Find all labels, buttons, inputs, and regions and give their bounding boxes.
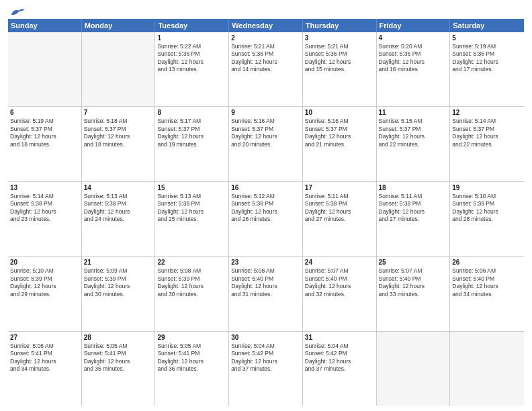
- day-number: 22: [157, 258, 226, 267]
- day-info: Sunrise: 5:16 AMSunset: 5:37 PMDaylight:…: [305, 118, 374, 148]
- day-info: Sunrise: 5:07 AMSunset: 5:40 PMDaylight:…: [379, 267, 448, 298]
- day-info: Sunrise: 5:19 AMSunset: 5:37 PMDaylight:…: [10, 118, 79, 148]
- day-info: Sunrise: 5:14 AMSunset: 5:37 PMDaylight:…: [452, 118, 522, 148]
- day-number: 25: [379, 258, 448, 267]
- day-number: 2: [231, 34, 300, 42]
- calendar-day-17: 17Sunrise: 5:11 AMSunset: 5:38 PMDayligh…: [303, 182, 377, 256]
- calendar-day-28: 28Sunrise: 5:05 AMSunset: 5:41 PMDayligh…: [82, 332, 156, 406]
- calendar-week-1: 1Sunrise: 5:22 AMSunset: 5:36 PMDaylight…: [8, 32, 524, 107]
- calendar-header-sunday: Sunday: [8, 19, 82, 32]
- calendar-day-empty-0-1: [82, 32, 156, 106]
- day-info: Sunrise: 5:08 AMSunset: 5:39 PMDaylight:…: [157, 267, 226, 298]
- day-info: Sunrise: 5:20 AMSunset: 5:36 PMDaylight:…: [379, 43, 448, 74]
- calendar-day-14: 14Sunrise: 5:13 AMSunset: 5:38 PMDayligh…: [82, 182, 156, 256]
- header: [8, 7, 524, 15]
- calendar-day-12: 12Sunrise: 5:14 AMSunset: 5:37 PMDayligh…: [450, 107, 524, 181]
- calendar-day-22: 22Sunrise: 5:08 AMSunset: 5:39 PMDayligh…: [155, 257, 229, 330]
- calendar-day-5: 5Sunrise: 5:19 AMSunset: 5:36 PMDaylight…: [450, 32, 524, 106]
- day-info: Sunrise: 5:06 AMSunset: 5:41 PMDaylight:…: [10, 342, 79, 373]
- day-info: Sunrise: 5:13 AMSunset: 5:38 PMDaylight:…: [157, 193, 226, 224]
- calendar-day-27: 27Sunrise: 5:06 AMSunset: 5:41 PMDayligh…: [8, 332, 82, 406]
- calendar-day-30: 30Sunrise: 5:04 AMSunset: 5:42 PMDayligh…: [229, 332, 303, 406]
- day-info: Sunrise: 5:04 AMSunset: 5:42 PMDaylight:…: [305, 342, 374, 373]
- day-number: 17: [305, 183, 374, 192]
- day-info: Sunrise: 5:13 AMSunset: 5:38 PMDaylight:…: [84, 193, 153, 224]
- calendar-day-25: 25Sunrise: 5:07 AMSunset: 5:40 PMDayligh…: [377, 257, 451, 330]
- calendar-body: 1Sunrise: 5:22 AMSunset: 5:36 PMDaylight…: [8, 32, 524, 406]
- calendar-day-9: 9Sunrise: 5:16 AMSunset: 5:37 PMDaylight…: [229, 107, 303, 181]
- calendar-day-empty-0-0: [8, 32, 82, 106]
- calendar-day-8: 8Sunrise: 5:17 AMSunset: 5:37 PMDaylight…: [155, 107, 229, 181]
- day-info: Sunrise: 5:05 AMSunset: 5:41 PMDaylight:…: [84, 342, 153, 373]
- calendar-day-3: 3Sunrise: 5:21 AMSunset: 5:36 PMDaylight…: [303, 32, 377, 106]
- calendar-header-friday: Friday: [377, 19, 451, 32]
- calendar-day-15: 15Sunrise: 5:13 AMSunset: 5:38 PMDayligh…: [155, 182, 229, 256]
- day-number: 26: [452, 258, 522, 267]
- day-number: 21: [84, 258, 153, 267]
- day-number: 27: [10, 333, 79, 342]
- day-number: 24: [305, 258, 374, 267]
- calendar-day-19: 19Sunrise: 5:10 AMSunset: 5:39 PMDayligh…: [450, 182, 524, 256]
- day-info: Sunrise: 5:18 AMSunset: 5:37 PMDaylight:…: [84, 118, 153, 148]
- calendar-day-2: 2Sunrise: 5:21 AMSunset: 5:36 PMDaylight…: [229, 32, 303, 106]
- day-info: Sunrise: 5:16 AMSunset: 5:37 PMDaylight:…: [231, 118, 300, 148]
- calendar-week-5: 27Sunrise: 5:06 AMSunset: 5:41 PMDayligh…: [8, 332, 524, 406]
- day-number: 20: [10, 258, 79, 267]
- calendar-week-2: 6Sunrise: 5:19 AMSunset: 5:37 PMDaylight…: [8, 107, 524, 181]
- day-number: 16: [231, 183, 300, 192]
- day-number: 18: [379, 183, 448, 192]
- day-number: 8: [157, 108, 226, 117]
- calendar-day-13: 13Sunrise: 5:14 AMSunset: 5:38 PMDayligh…: [8, 182, 82, 256]
- calendar-day-empty-4-5: [377, 332, 451, 406]
- day-info: Sunrise: 5:07 AMSunset: 5:40 PMDaylight:…: [305, 267, 374, 298]
- page: SundayMondayTuesdayWednesdayThursdayFrid…: [0, 0, 532, 411]
- calendar-day-16: 16Sunrise: 5:12 AMSunset: 5:38 PMDayligh…: [229, 182, 303, 256]
- calendar-header-tuesday: Tuesday: [155, 19, 229, 32]
- day-number: 15: [157, 183, 226, 192]
- calendar-header-monday: Monday: [82, 19, 156, 32]
- calendar-day-21: 21Sunrise: 5:09 AMSunset: 5:39 PMDayligh…: [82, 257, 156, 330]
- day-number: 11: [379, 108, 448, 117]
- day-number: 1: [157, 34, 226, 42]
- calendar-day-11: 11Sunrise: 5:15 AMSunset: 5:37 PMDayligh…: [377, 107, 451, 181]
- day-number: 10: [305, 108, 374, 117]
- day-number: 7: [84, 108, 153, 117]
- calendar-day-31: 31Sunrise: 5:04 AMSunset: 5:42 PMDayligh…: [303, 332, 377, 406]
- day-info: Sunrise: 5:11 AMSunset: 5:38 PMDaylight:…: [305, 193, 374, 224]
- day-number: 23: [231, 258, 300, 267]
- calendar-day-20: 20Sunrise: 5:10 AMSunset: 5:39 PMDayligh…: [8, 257, 82, 330]
- day-info: Sunrise: 5:08 AMSunset: 5:40 PMDaylight:…: [231, 267, 300, 298]
- day-number: 28: [84, 333, 153, 342]
- day-info: Sunrise: 5:12 AMSunset: 5:38 PMDaylight:…: [231, 193, 300, 224]
- day-info: Sunrise: 5:10 AMSunset: 5:39 PMDaylight:…: [10, 267, 79, 298]
- day-number: 31: [305, 333, 374, 342]
- day-info: Sunrise: 5:21 AMSunset: 5:36 PMDaylight:…: [305, 43, 374, 74]
- day-number: 14: [84, 183, 153, 192]
- day-number: 9: [231, 108, 300, 117]
- calendar-week-4: 20Sunrise: 5:10 AMSunset: 5:39 PMDayligh…: [8, 257, 524, 331]
- day-number: 13: [10, 183, 79, 192]
- logo: [8, 7, 25, 15]
- day-info: Sunrise: 5:22 AMSunset: 5:36 PMDaylight:…: [157, 43, 226, 74]
- calendar-day-24: 24Sunrise: 5:07 AMSunset: 5:40 PMDayligh…: [303, 257, 377, 330]
- day-number: 4: [379, 34, 448, 42]
- day-number: 12: [452, 108, 522, 117]
- day-number: 3: [305, 34, 374, 42]
- calendar-day-empty-4-6: [450, 332, 524, 406]
- day-number: 19: [452, 183, 522, 192]
- calendar-day-6: 6Sunrise: 5:19 AMSunset: 5:37 PMDaylight…: [8, 107, 82, 181]
- day-number: 6: [10, 108, 79, 117]
- day-info: Sunrise: 5:04 AMSunset: 5:42 PMDaylight:…: [231, 342, 300, 373]
- day-number: 30: [231, 333, 300, 342]
- calendar-day-23: 23Sunrise: 5:08 AMSunset: 5:40 PMDayligh…: [229, 257, 303, 330]
- calendar-header-saturday: Saturday: [450, 19, 524, 32]
- calendar-header-thursday: Thursday: [303, 19, 377, 32]
- day-number: 5: [452, 34, 522, 42]
- calendar-header: SundayMondayTuesdayWednesdayThursdayFrid…: [8, 19, 524, 32]
- calendar-day-7: 7Sunrise: 5:18 AMSunset: 5:37 PMDaylight…: [82, 107, 156, 181]
- day-info: Sunrise: 5:21 AMSunset: 5:36 PMDaylight:…: [231, 43, 300, 74]
- calendar-day-26: 26Sunrise: 5:06 AMSunset: 5:40 PMDayligh…: [450, 257, 524, 330]
- calendar-day-4: 4Sunrise: 5:20 AMSunset: 5:36 PMDaylight…: [377, 32, 451, 106]
- day-number: 29: [157, 333, 226, 342]
- calendar-day-18: 18Sunrise: 5:11 AMSunset: 5:38 PMDayligh…: [377, 182, 451, 256]
